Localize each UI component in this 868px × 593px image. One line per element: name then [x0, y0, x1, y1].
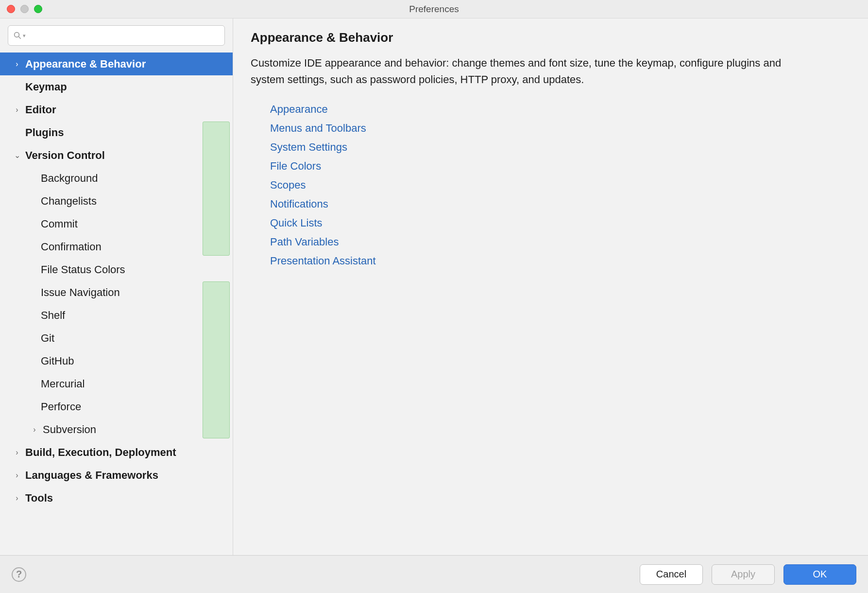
- project-scope-icon: [215, 128, 226, 137]
- subpage-links: AppearanceMenus and ToolbarsSystem Setti…: [251, 100, 851, 270]
- subpage-link[interactable]: Scopes: [270, 175, 851, 194]
- zoom-window-button[interactable]: [34, 5, 42, 13]
- subpage-link[interactable]: Presentation Assistant: [270, 251, 851, 270]
- project-scope-icon: [215, 243, 226, 251]
- tree-item[interactable]: Git: [0, 327, 233, 349]
- subpage-link[interactable]: Appearance: [270, 100, 851, 119]
- svg-rect-27: [218, 429, 224, 433]
- svg-rect-23: [218, 383, 224, 387]
- tree-item[interactable]: ›Appearance & Behavior: [0, 52, 233, 75]
- project-scope-icon: [215, 311, 226, 320]
- tree-item-label: Changelists: [41, 195, 97, 208]
- titlebar: Preferences: [0, 0, 868, 18]
- window-title: Preferences: [0, 4, 868, 15]
- tree-item-label: Version Control: [25, 149, 105, 162]
- tree-item-label: Confirmation: [41, 241, 102, 253]
- search-input[interactable]: [26, 31, 220, 41]
- tree-item-label: Plugins: [25, 126, 64, 139]
- subpage-link[interactable]: Menus and Toolbars: [270, 119, 851, 138]
- tree-item[interactable]: Mercurial: [0, 372, 233, 395]
- tree-item-label: Tools: [25, 492, 53, 505]
- cancel-button[interactable]: Cancel: [640, 564, 703, 585]
- tree-item[interactable]: ›Build, Execution, Deployment: [0, 441, 233, 464]
- tree-item-label: Git: [41, 332, 54, 345]
- tree-item[interactable]: Keymap: [0, 75, 233, 98]
- svg-rect-17: [218, 314, 224, 318]
- chevron-right-icon[interactable]: ›: [13, 494, 21, 503]
- project-scope-icon: [215, 425, 226, 434]
- tree-item-label: GitHub: [41, 355, 74, 367]
- subpage-link[interactable]: Notifications: [270, 194, 851, 213]
- tree-item[interactable]: Shelf: [0, 304, 233, 327]
- tree-item-label: Languages & Frameworks: [25, 469, 158, 482]
- svg-rect-3: [218, 132, 224, 136]
- project-scope-icon: [215, 380, 226, 388]
- tree-item[interactable]: Issue Navigation: [0, 281, 233, 304]
- chevron-right-icon[interactable]: ›: [13, 471, 21, 480]
- tree-item-label: Issue Navigation: [41, 286, 120, 299]
- tree-item[interactable]: GitHub: [0, 349, 233, 372]
- svg-line-1: [18, 36, 21, 39]
- chevron-right-icon[interactable]: ›: [13, 105, 21, 114]
- arrow-spacer: [13, 83, 21, 91]
- chevron-right-icon[interactable]: ›: [30, 425, 39, 434]
- svg-point-0: [15, 33, 19, 37]
- project-scope-icon: [215, 197, 226, 206]
- arrow-spacer: [13, 128, 21, 137]
- svg-rect-13: [218, 246, 224, 250]
- tree-item-label: Keymap: [25, 81, 67, 93]
- svg-rect-5: [218, 155, 224, 158]
- tree-item-label: File Status Colors: [41, 263, 125, 276]
- body: ▾ ›Appearance & Behavior Keymap›Editor P…: [0, 18, 868, 555]
- subpage-link[interactable]: File Colors: [270, 157, 851, 175]
- help-button[interactable]: ?: [12, 567, 26, 582]
- footer: ? Cancel Apply OK: [0, 555, 868, 593]
- tree-item-label: Appearance & Behavior: [25, 58, 146, 70]
- project-scope-icon: [215, 151, 226, 160]
- preferences-window: Preferences ▾ ›Appearance & Behavior Key…: [0, 0, 868, 593]
- tree-item[interactable]: Plugins: [0, 121, 233, 144]
- project-scope-icon: [215, 220, 226, 228]
- search-icon: [13, 31, 22, 40]
- main-panel: Appearance & Behavior Customize IDE appe…: [233, 18, 868, 555]
- project-scope-icon: [215, 288, 226, 297]
- svg-rect-7: [218, 177, 224, 181]
- tree-item[interactable]: Perforce: [0, 395, 233, 418]
- tree-item-label: Build, Execution, Deployment: [25, 446, 176, 459]
- tree-item[interactable]: Background: [0, 167, 233, 190]
- tree-item[interactable]: Commit: [0, 212, 233, 235]
- tree-item-label: Commit: [41, 218, 78, 230]
- search-box[interactable]: ▾: [8, 25, 225, 46]
- tree-item[interactable]: ›Editor: [0, 98, 233, 121]
- project-scope-icon: [215, 174, 226, 183]
- close-window-button[interactable]: [7, 5, 15, 13]
- tree-item-label: Shelf: [41, 309, 65, 322]
- svg-rect-15: [218, 292, 224, 296]
- subpage-link[interactable]: Quick Lists: [270, 213, 851, 232]
- chevron-down-icon[interactable]: ⌄: [13, 151, 21, 160]
- tree-item[interactable]: ›Languages & Frameworks: [0, 464, 233, 487]
- tree-item-label: Background: [41, 172, 98, 185]
- tree-item-label: Editor: [25, 104, 56, 116]
- tree-item[interactable]: Confirmation: [0, 235, 233, 258]
- project-scope-icon: [215, 402, 226, 411]
- tree-item[interactable]: File Status Colors: [0, 258, 233, 281]
- ok-button[interactable]: OK: [783, 564, 856, 585]
- tree-item[interactable]: ›Subversion: [0, 418, 233, 441]
- tree-item-label: Perforce: [41, 401, 81, 413]
- tree-item[interactable]: Changelists: [0, 190, 233, 212]
- minimize-window-button[interactable]: [20, 5, 29, 13]
- page-title: Appearance & Behavior: [251, 30, 851, 45]
- subpage-link[interactable]: System Settings: [270, 138, 851, 157]
- window-controls: [7, 5, 42, 13]
- tree-item-label: Subversion: [43, 423, 96, 436]
- chevron-right-icon[interactable]: ›: [13, 448, 21, 457]
- tree-item[interactable]: ⌄Version Control: [0, 144, 233, 167]
- svg-rect-9: [218, 200, 224, 204]
- chevron-right-icon[interactable]: ›: [13, 60, 21, 69]
- svg-rect-21: [218, 360, 224, 364]
- svg-rect-19: [218, 337, 224, 341]
- subpage-link[interactable]: Path Variables: [270, 232, 851, 251]
- page-description: Customize IDE appearance and behavior: c…: [251, 55, 814, 88]
- tree-item[interactable]: ›Tools: [0, 487, 233, 509]
